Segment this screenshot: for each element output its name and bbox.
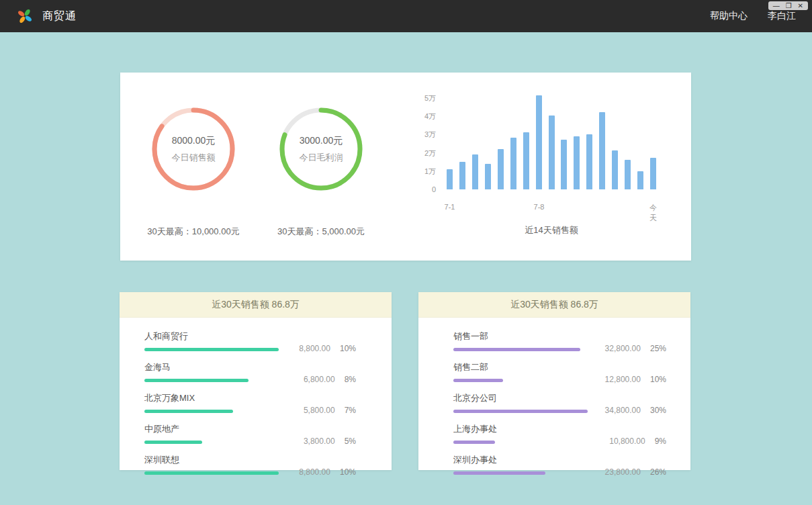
x-tick: 7-1 [445,203,455,211]
sales-ring-text: 8000.00元 今日销售额 [150,106,236,192]
department-sales-title: 近30天销售额 86.8万 [418,292,690,318]
row-percent: 5% [345,437,356,446]
row-percent: 8% [345,375,356,384]
progress-bar [144,348,279,351]
minimize-icon[interactable]: — [773,1,780,10]
list-item: 上海办事处 10,800.009% [453,423,666,444]
row-name: 中原地产 [144,423,356,435]
progress-track [144,410,279,413]
bar [637,171,643,189]
bar [549,116,555,189]
row-percent: 7% [345,406,356,415]
row-amount: 8,800.00 [299,344,330,353]
bar [574,136,580,189]
bar [510,138,516,189]
profit-ring-text: 3000.00元 今日毛利润 [278,106,364,192]
today-profit-label: 今日毛利润 [300,152,343,164]
topbar: 商贸通 帮助中心 李白江 [0,0,812,32]
row-name: 人和商贸行 [144,330,356,342]
today-profit-value: 3000.00元 [300,135,343,147]
row-values: 5,800.007% [304,406,356,415]
list-item: 销售一部 32,800.0025% [453,330,666,351]
bar [586,134,592,189]
app-window: 商贸通 帮助中心 李白江 — ❐ ✕ 8000.00元 今日销售额 [0,0,812,32]
row-name: 销售一部 [453,330,666,342]
row-amount: 12,800.00 [605,375,641,384]
list-item: 金海马 6,800.008% [144,361,356,382]
today-sales-block: 8000.00元 今日销售额 30天最高：10,000.00元 [130,73,257,261]
profit-30d-max: 30天最高：5,000.00元 [277,226,365,238]
today-sales-label: 今日销售额 [172,152,216,164]
progress-track [453,441,588,444]
progress-track [453,471,588,475]
x-tick: 今天 [649,203,657,223]
row-values: 6,800.008% [304,375,356,384]
today-profit-block: 3000.00元 今日毛利润 30天最高：5,000.00元 [257,73,385,261]
row-name: 北京万象MIX [144,392,356,404]
progress-track [453,410,588,413]
y-tick: 0 [432,185,436,193]
progress-track [144,348,279,351]
bar [612,150,618,189]
row-percent: 10% [650,375,666,384]
progress-bar [144,441,202,444]
progress-bar [453,441,495,444]
row-amount: 23,800.00 [605,467,641,477]
maximize-icon[interactable]: ❐ [786,1,792,10]
x-tick: 7-8 [534,203,545,211]
progress-bar [453,348,580,351]
progress-track [453,348,588,351]
row-name: 北京分公司 [453,392,666,404]
progress-bar [144,379,249,382]
sales-30d-max: 30天最高：10,000.00元 [147,226,239,238]
bar [561,140,567,189]
row-values: 34,800.0030% [605,406,666,415]
y-tick: 3万 [424,130,436,138]
help-center-link[interactable]: 帮助中心 [710,10,748,22]
y-tick: 2万 [424,149,436,157]
y-tick: 1万 [424,167,436,175]
row-percent: 26% [650,467,666,477]
sales-14d-chart: 5万 4万 3万 2万 1万 0 7-17-8今天 近14天销售额 [385,73,691,261]
app-title: 商贸通 [42,9,77,24]
row-percent: 25% [650,344,666,353]
progress-track [144,441,279,444]
chart-caption: 近14天销售额 [447,224,656,236]
bar [625,160,631,189]
department-sales-card: 近30天销售额 86.8万 销售一部 32,800.0025% 销售二部 12,… [418,292,690,470]
list-item: 北京万象MIX 5,800.007% [144,392,356,413]
row-name: 销售二部 [453,361,666,373]
progress-bar [453,379,503,382]
list-item: 北京分公司 34,800.0030% [453,392,666,413]
row-values: 3,800.005% [304,437,356,446]
row-values: 23,800.0026% [605,467,666,477]
progress-track [144,471,279,475]
x-axis: 7-17-8今天 [447,203,656,212]
bar [523,132,529,189]
list-item: 中原地产 3,800.005% [144,423,356,444]
row-name: 上海办事处 [453,423,666,435]
close-icon[interactable]: ✕ [798,1,803,10]
customer-sales-title: 近30天销售额 86.8万 [120,292,392,318]
y-tick: 4万 [424,112,436,120]
row-name: 深圳联想 [144,454,356,466]
bar [498,149,504,189]
progress-bar [453,471,545,475]
row-amount: 5,800.00 [304,406,335,415]
row-percent: 30% [650,406,666,415]
customer-sales-card: 近30天销售额 86.8万 人和商贸行 8,800.0010% 金海马 6,80… [120,292,392,470]
row-name: 深圳办事处 [453,454,666,466]
bar [599,112,605,189]
row-amount: 8,800.00 [299,467,330,477]
y-axis: 5万 4万 3万 2万 1万 0 [416,94,436,193]
user-menu[interactable]: 李白江 [768,10,796,22]
progress-bar [453,410,588,413]
row-values: 32,800.0025% [605,344,666,353]
customer-sales-list: 人和商贸行 8,800.0010% 金海马 6,800.008% 北京万象MIX… [120,318,392,475]
progress-bar [144,471,279,475]
row-values: 8,800.0010% [299,467,356,477]
department-sales-list: 销售一部 32,800.0025% 销售二部 12,800.0010% 北京分公… [418,318,690,475]
row-values: 8,800.0010% [299,344,356,353]
bar [447,169,453,189]
list-item: 人和商贸行 8,800.0010% [144,330,356,351]
